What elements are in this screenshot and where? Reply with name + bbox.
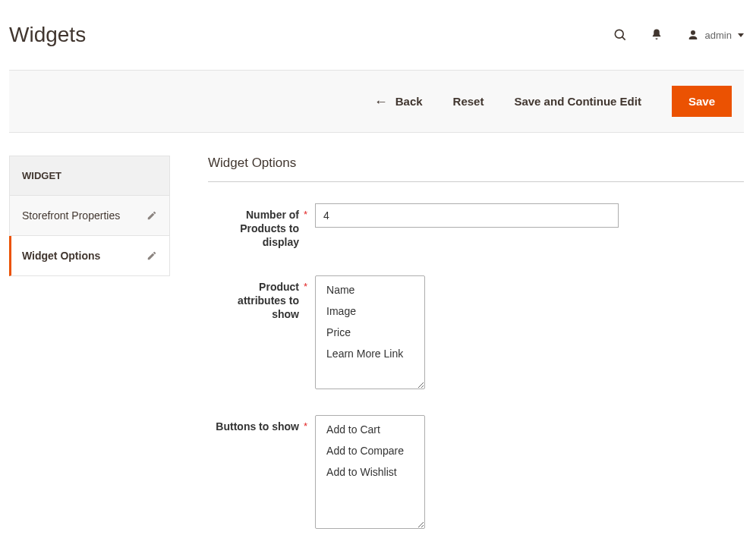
- actions-bar: ← Back Reset Save and Continue Edit Save: [9, 70, 744, 133]
- field-number-products: Number of Products to display *: [208, 203, 744, 250]
- sidebar-item-widget-options[interactable]: Widget Options: [9, 236, 170, 276]
- chevron-down-icon: [738, 33, 744, 37]
- required-mark: *: [304, 275, 307, 292]
- option[interactable]: Learn More Link: [316, 343, 424, 364]
- option[interactable]: Name: [316, 279, 424, 300]
- save-continue-button[interactable]: Save and Continue Edit: [514, 95, 641, 108]
- arrow-left-icon: ←: [374, 95, 388, 109]
- product-attributes-select[interactable]: Name Image Price Learn More Link: [315, 275, 425, 389]
- option[interactable]: Add to Wishlist: [316, 461, 424, 483]
- svg-line-1: [622, 37, 625, 40]
- pencil-icon: [147, 250, 157, 261]
- buttons-to-show-select[interactable]: Add to Cart Add to Compare Add to Wishli…: [315, 415, 425, 529]
- section-title: Widget Options: [208, 156, 744, 182]
- user-menu[interactable]: admin: [685, 27, 744, 42]
- search-icon[interactable]: [613, 27, 628, 42]
- sidebar-item-label: Widget Options: [22, 250, 100, 262]
- back-button[interactable]: ← Back: [374, 95, 423, 109]
- back-label: Back: [395, 95, 423, 108]
- sidebar-item-label: Storefront Properties: [22, 209, 120, 222]
- required-mark: *: [304, 415, 307, 432]
- sidebar-title: Widget: [9, 156, 170, 195]
- option[interactable]: Price: [316, 322, 424, 343]
- bell-icon[interactable]: [649, 27, 664, 42]
- option[interactable]: Add to Compare: [316, 440, 424, 461]
- field-product-attributes: Product attributes to show * Name Image …: [208, 275, 744, 389]
- required-mark: *: [304, 203, 307, 220]
- user-name: admin: [705, 30, 732, 41]
- field-label: Product attributes to show: [208, 275, 299, 322]
- page-title: Widgets: [9, 23, 613, 47]
- field-label: Buttons to show: [208, 415, 299, 433]
- save-button[interactable]: Save: [672, 86, 732, 117]
- option[interactable]: Image: [316, 300, 424, 322]
- sidebar-item-storefront-properties[interactable]: Storefront Properties: [9, 195, 170, 236]
- user-icon: [685, 27, 701, 42]
- svg-point-0: [615, 30, 623, 38]
- number-products-input[interactable]: [315, 203, 619, 228]
- field-buttons-to-show: Buttons to show * Add to Cart Add to Com…: [208, 415, 744, 529]
- page-header: Widgets admin: [9, 8, 744, 70]
- sidebar: Widget Storefront Properties Widget Opti…: [9, 156, 170, 276]
- reset-button[interactable]: Reset: [453, 95, 484, 108]
- option[interactable]: Add to Cart: [316, 419, 424, 440]
- field-label: Number of Products to display: [208, 203, 299, 250]
- main-content: Widget Options Number of Products to dis…: [208, 156, 744, 555]
- pencil-icon: [147, 210, 157, 221]
